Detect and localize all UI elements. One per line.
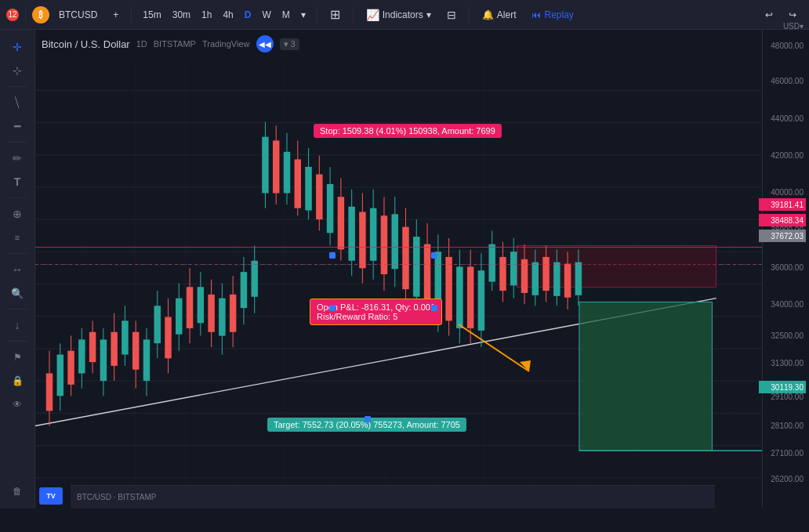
pnl-label: Open P&L: -816.31, Qty: 0.001 Risk/Rewar… [310, 299, 442, 325]
tool-flag[interactable]: ⚑ [5, 346, 30, 368]
svg-rect-108 [510, 252, 517, 285]
tool-trendline[interactable]: ╱ [1, 86, 34, 119]
divider-2 [131, 7, 132, 23]
other-price-value: 37672.03 [771, 232, 804, 241]
handle-bottom-mid[interactable] [365, 416, 371, 422]
tool-trash[interactable]: 🗑 [5, 480, 30, 502]
tf-30m[interactable]: 30m [168, 7, 195, 23]
svg-rect-72 [316, 175, 322, 220]
chart-canvas[interactable]: Stop: 1509.38 (4.01%) 150938, Amount: 76… [35, 58, 762, 508]
sidebar-sep-5 [8, 309, 27, 309]
svg-rect-98 [456, 266, 463, 328]
svg-rect-36 [122, 320, 128, 354]
price-axis: 48000.00 46000.00 44000.00 42000.00 4000… [762, 30, 809, 508]
tool-node[interactable]: ⊕ [5, 203, 30, 225]
undo-button[interactable]: ↩ [759, 6, 779, 24]
svg-rect-82 [370, 208, 376, 261]
tool-fibonacci[interactable]: ≡ [5, 226, 30, 248]
entry-price-value: 38488.34 [771, 216, 804, 225]
svg-rect-40 [143, 339, 150, 381]
svg-rect-26 [67, 351, 74, 385]
tool-zoom[interactable]: 🔍 [5, 282, 30, 304]
svg-rect-70 [305, 167, 311, 211]
bottom-info: BTC/USD · BITSTAMP [77, 493, 157, 501]
chart-period: 1D [136, 39, 147, 49]
tf-d[interactable]: D [240, 7, 256, 23]
svg-rect-46 [176, 299, 182, 335]
handle-top-left[interactable] [329, 252, 336, 259]
indicators-button[interactable]: 📈 Indicators ▾ [360, 5, 437, 24]
price-28100: 28100.00 [771, 422, 804, 430]
stop-price-value: 39181.41 [771, 201, 804, 209]
svg-rect-120 [575, 262, 582, 295]
svg-rect-28 [78, 339, 85, 373]
tf-w[interactable]: W [257, 7, 275, 23]
tf-m[interactable]: M [278, 7, 295, 23]
tool-eye[interactable]: 👁 [5, 393, 30, 415]
tool-measure[interactable]: ↔ [5, 259, 30, 280]
add-symbol-button[interactable]: + [107, 6, 125, 24]
tool-cursor[interactable]: ✛ [5, 36, 30, 58]
svg-rect-32 [100, 339, 107, 381]
tf-more[interactable]: ▾ [296, 7, 310, 23]
svg-rect-90 [413, 237, 419, 297]
price-marker-other: 37672.03 [759, 230, 806, 242]
tf-1h[interactable]: 1h [197, 7, 216, 23]
tool-arrow[interactable]: ↓ [5, 314, 30, 336]
divider-3 [317, 7, 317, 23]
notification-badge[interactable]: 12 [6, 9, 19, 21]
svg-rect-24 [57, 355, 63, 396]
price-44000: 44000.00 [771, 114, 804, 123]
price-31300: 31300.00 [771, 359, 804, 367]
svg-rect-100 [467, 266, 473, 328]
svg-rect-56 [230, 295, 236, 332]
svg-rect-22 [46, 374, 53, 411]
replay-label: Replay [544, 9, 573, 20]
svg-rect-80 [359, 212, 365, 268]
tf-15m[interactable]: 15m [138, 7, 165, 23]
tool-text[interactable]: T [5, 171, 30, 193]
tool-hline[interactable]: ━ [5, 115, 30, 137]
divider-5 [469, 7, 470, 23]
chart-type-button[interactable]: ⊞ [324, 4, 346, 25]
replay-button[interactable]: ⏮ Replay [525, 6, 579, 24]
redo-button[interactable]: ↪ [782, 6, 803, 24]
tool-pencil[interactable]: ✏ [5, 147, 30, 169]
indicator-count-badge[interactable]: ▾ 3 [280, 38, 299, 50]
svg-rect-30 [89, 332, 96, 362]
chart-header: Bitcoin / U.S. Dollar 1D BITSTAMP Tradin… [35, 30, 762, 58]
price-29100: 29100.00 [771, 393, 804, 401]
svg-rect-84 [381, 215, 387, 274]
divider-1 [25, 7, 26, 23]
sidebar-sep-6 [8, 341, 27, 342]
currency-label: USD▾ [783, 22, 804, 31]
svg-rect-78 [348, 207, 354, 261]
price-34000: 34000.00 [771, 300, 804, 309]
tool-crosshair[interactable]: ⊹ [5, 60, 30, 81]
layout-button[interactable]: ⊟ [441, 5, 463, 24]
tradingview-logo: TV [39, 487, 63, 505]
tool-lock[interactable]: 🔒 [5, 370, 30, 392]
sidebar-sep-2 [8, 142, 27, 143]
chart-area[interactable]: Bitcoin / U.S. Dollar 1D BITSTAMP Tradin… [35, 30, 762, 508]
svg-rect-88 [402, 227, 408, 290]
back-button[interactable]: ◀◀ [256, 35, 274, 52]
svg-rect-92 [424, 244, 430, 307]
svg-rect-66 [284, 152, 290, 194]
svg-rect-48 [187, 287, 193, 328]
sidebar-sep-4 [8, 253, 27, 254]
price-36000: 36000.00 [771, 263, 804, 272]
price-42000: 42000.00 [771, 151, 804, 160]
indicators-icon: 📈 [366, 9, 379, 21]
tf-4h[interactable]: 4h [218, 7, 238, 23]
handle-top-right[interactable] [431, 252, 437, 259]
price-marker-stop: 39181.41 [759, 198, 806, 211]
alert-button[interactable]: 🔔 Alert [476, 6, 523, 24]
symbol-button[interactable]: BTCUSD [53, 6, 103, 24]
handle-mid-left[interactable] [329, 305, 336, 311]
sidebar-sep-3 [8, 197, 27, 198]
svg-rect-104 [488, 244, 495, 282]
main-toolbar: 12 ₿ BTCUSD + 15m 30m 1h 4h D W M ▾ ⊞ 📈 … [0, 0, 809, 30]
handle-mid-right[interactable] [431, 305, 437, 311]
svg-rect-52 [208, 295, 214, 332]
